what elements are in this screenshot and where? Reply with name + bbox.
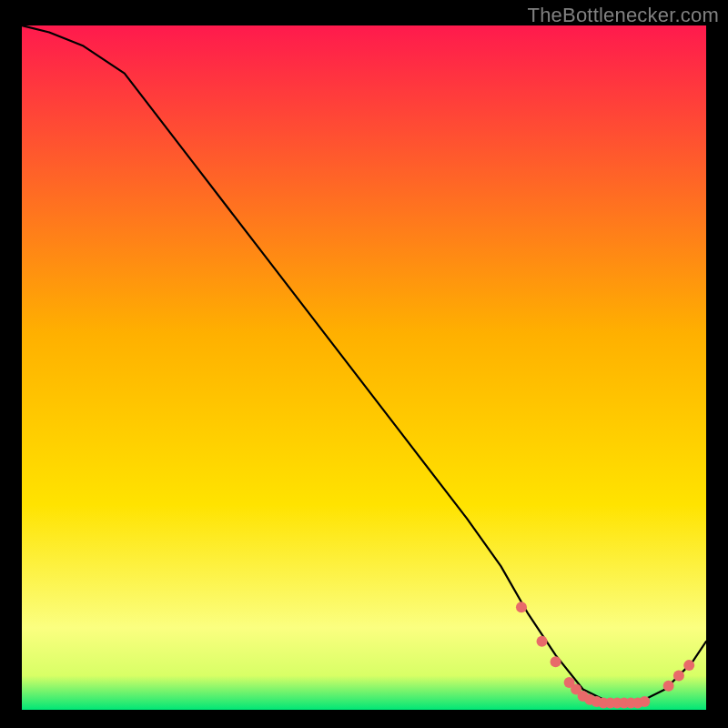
marker-point [663, 681, 674, 692]
watermark-text: TheBottlenecker.com [528, 4, 719, 27]
marker-point [516, 602, 527, 612]
chart-stage: TheBottlenecker.com [0, 0, 728, 728]
chart-plot-area [22, 25, 706, 710]
marker-point [551, 656, 561, 667]
marker-point [673, 670, 684, 681]
chart-svg [22, 25, 706, 710]
gradient-background [22, 25, 706, 710]
marker-point [683, 660, 694, 671]
marker-point [537, 636, 548, 647]
marker-point [639, 696, 650, 707]
